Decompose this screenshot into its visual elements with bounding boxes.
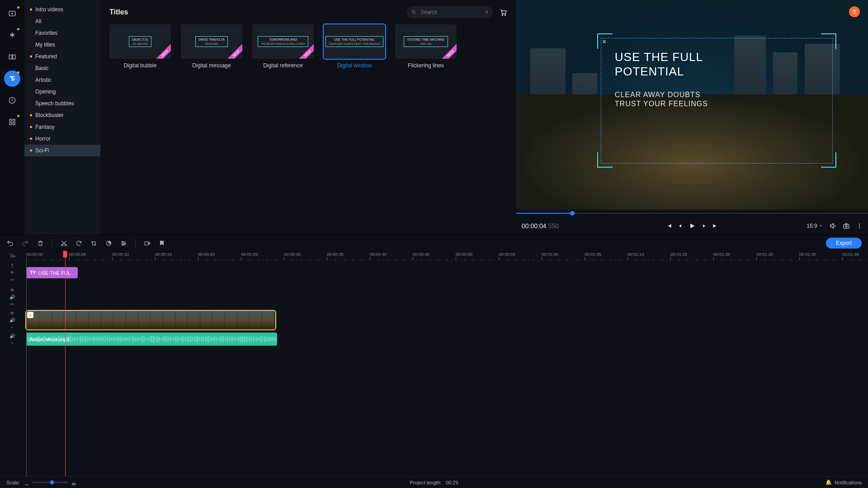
title-tile[interactable]: TESTING TIME MACHINEPART ONENEWFlickerin… [395, 24, 457, 69]
undo-icon[interactable] [6, 239, 14, 247]
timecode-frac: 550 [548, 222, 559, 230]
snapshot-icon[interactable] [843, 222, 850, 230]
back-icon[interactable]: ← [9, 324, 15, 330]
category-item[interactable]: My titles [24, 39, 100, 51]
browser-title: Titles [109, 8, 128, 16]
category-item[interactable]: All [24, 15, 100, 27]
title-tile[interactable]: USE THE FULL POTENTIALCLEAR AWAY DOUBTS … [324, 24, 385, 69]
playhead[interactable] [63, 251, 67, 258]
svg-rect-7 [13, 123, 15, 125]
mute-icon[interactable]: 🔊 [9, 333, 15, 338]
svg-point-21 [123, 244, 124, 245]
category-item[interactable]: Basic [24, 62, 100, 74]
scale-slider[interactable] [32, 482, 68, 483]
category-item[interactable]: Artistic [24, 74, 100, 86]
empty-track-area[interactable] [24, 347, 868, 447]
cart-icon[interactable] [499, 8, 507, 16]
volume-icon[interactable] [829, 222, 836, 230]
rotate-icon[interactable] [75, 240, 82, 247]
category-item[interactable]: Favorites [24, 27, 100, 39]
crop-icon[interactable] [90, 240, 97, 247]
audio-track[interactable]: Action Movie.mp3 [24, 331, 868, 347]
mute-icon[interactable]: 🔊 [9, 318, 15, 323]
preview-canvas[interactable]: × USE THE FULL POTENTIAL CLEAR AWAY DOUB… [516, 0, 868, 210]
category-item[interactable]: Blockbuster [24, 109, 100, 121]
search-input[interactable] [420, 9, 485, 15]
timeline-ruler[interactable]: 00:00:0000:00:0500:00:1000:00:1500:00:20… [24, 251, 868, 261]
eye-icon[interactable]: 👁 [9, 270, 15, 276]
properties-icon[interactable] [120, 240, 127, 247]
delete-icon[interactable] [37, 240, 44, 247]
ruler-label: 00:00:25 [241, 252, 258, 257]
fx-icon[interactable]: ∿ [9, 340, 15, 345]
svg-point-9 [502, 14, 503, 15]
link-icon[interactable]: ⇔ [9, 301, 15, 307]
project-length-value: 00:29 [446, 480, 458, 485]
redo-icon[interactable] [22, 239, 29, 247]
frame-back-icon[interactable] [678, 223, 683, 229]
video-track-head[interactable]: 👁 🔊 ← [0, 310, 24, 331]
preview-panel: ? × USE THE FULL POTENTIAL [516, 0, 868, 235]
video-clip[interactable]: ★ [26, 311, 275, 329]
export-button[interactable]: Export [826, 238, 862, 249]
ruler-label: 00:00:05 [69, 252, 86, 257]
category-item[interactable]: Horror [24, 133, 100, 145]
record-icon[interactable] [144, 240, 151, 247]
more-icon[interactable] [4, 114, 20, 130]
video-track[interactable]: ★ [24, 310, 868, 331]
category-item[interactable]: Speech bubbles [24, 98, 100, 109]
audio-track-head[interactable]: 🔊 ∿ [0, 331, 24, 347]
category-item[interactable]: Opening [24, 86, 100, 98]
category-panel: Intro videosAllFavoritesMy titlesFeature… [24, 0, 100, 235]
tile-label: Digital reference [252, 62, 314, 69]
title-clip-icon: Tᴛ [30, 270, 36, 276]
cut-icon[interactable] [61, 240, 67, 247]
add-track-icon[interactable] [0, 251, 24, 261]
zoom-in-icon[interactable]: ▃ [72, 479, 75, 485]
eye-icon[interactable]: 👁 [9, 311, 15, 316]
import-icon[interactable] [4, 5, 20, 22]
title-track[interactable]: Tᴛ USE THE FUL [24, 261, 868, 285]
title-clip[interactable]: Tᴛ USE THE FUL [26, 267, 78, 278]
title-grid: OBJECT.01344.4485-2587NEWDigital bubbleD… [109, 24, 507, 69]
zoom-out-icon[interactable]: ▁ [25, 479, 28, 485]
category-item[interactable]: Intro videos [24, 4, 100, 15]
marker-icon[interactable] [159, 240, 165, 246]
audio-clip[interactable]: Action Movie.mp3 [26, 333, 277, 346]
mute-icon[interactable]: 🔊 [9, 295, 15, 300]
link-icon[interactable]: ⇔ [9, 277, 15, 282]
category-item[interactable]: Fantasy [24, 121, 100, 133]
prev-clip-icon[interactable] [666, 223, 672, 229]
svg-rect-6 [9, 123, 12, 125]
clear-search-icon[interactable]: × [485, 9, 488, 15]
overlay-track-head[interactable]: 👁 🔊 ⇔ [0, 285, 24, 310]
title-track-head[interactable]: T 👁 ⇔ [0, 261, 24, 285]
stickers-icon[interactable] [4, 92, 20, 108]
category-item[interactable]: Featured [24, 51, 100, 62]
ruler-label: 00:00:00 [26, 252, 43, 257]
transitions-icon[interactable] [4, 49, 20, 65]
aspect-ratio[interactable]: 16:9 [807, 223, 823, 229]
title-tile[interactable]: DAVID TRAVOLTAPRODUCERNEWDigital message [181, 24, 242, 69]
next-clip-icon[interactable] [712, 223, 718, 229]
preview-menu-icon[interactable] [856, 223, 863, 229]
eye-icon[interactable]: 👁 [9, 288, 15, 293]
svg-rect-22 [145, 241, 148, 245]
frame-fwd-icon[interactable] [701, 223, 707, 229]
category-item[interactable]: Sci-Fi [24, 145, 100, 156]
help-button[interactable]: ? [849, 6, 860, 17]
overlay-track[interactable] [24, 285, 868, 310]
tracks-area[interactable]: 00:00:0000:00:0500:00:1000:00:1500:00:20… [24, 251, 868, 476]
title-tile[interactable]: TOMORROWLANDTHE BRIGHT HORIZON IS STILL … [252, 24, 314, 69]
ruler-label: 00:00:40 [370, 252, 387, 257]
preview-scrubber[interactable] [516, 210, 868, 217]
sidebar-rail [0, 0, 24, 235]
effects-icon[interactable] [4, 27, 20, 43]
title-tile[interactable]: OBJECT.01344.4485-2587NEWDigital bubble [109, 24, 171, 69]
titles-icon[interactable] [4, 70, 20, 87]
color-icon[interactable] [105, 240, 112, 247]
play-icon[interactable] [689, 222, 696, 230]
star-badge-icon: ★ [27, 312, 33, 318]
notifications-button[interactable]: 🔔 Notifications [826, 479, 862, 485]
search-field[interactable]: × [407, 6, 493, 18]
